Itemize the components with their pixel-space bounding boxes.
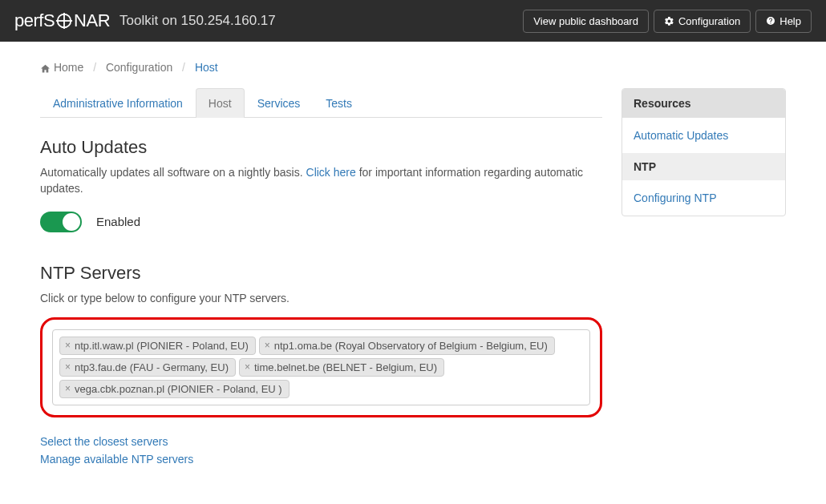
ntp-server-tag-label: ntp.itl.waw.pl (PIONIER - Poland, EU) xyxy=(75,340,249,352)
breadcrumb-sep: / xyxy=(182,61,185,74)
configuration-button[interactable]: Configuration xyxy=(654,10,751,33)
ntp-server-tag[interactable]: ×vega.cbk.poznan.pl (PIONIER - Poland, E… xyxy=(59,380,290,398)
target-icon xyxy=(55,12,73,30)
resources-ntp-heading: NTP xyxy=(622,153,785,180)
auto-updates-desc-pre: Automatically updates all software on a … xyxy=(40,166,306,179)
breadcrumb-configuration[interactable]: Configuration xyxy=(106,61,172,74)
tab-administrative-information[interactable]: Administrative Information xyxy=(40,88,196,118)
brand-perf: perfS xyxy=(14,10,55,31)
remove-tag-icon[interactable]: × xyxy=(263,340,272,351)
breadcrumb-host: Host xyxy=(195,61,218,74)
breadcrumb-home[interactable]: Home xyxy=(54,61,83,74)
navbar-right: View public dashboard Configuration Help xyxy=(523,10,812,33)
tab-host[interactable]: Host xyxy=(196,88,245,118)
resources-panel: Resources Automatic Updates NTP Configur… xyxy=(622,88,786,216)
ntp-server-tag-label: time.belnet.be (BELNET - Belgium, EU) xyxy=(254,361,437,373)
ntp-servers-description: Click or type below to configure your NT… xyxy=(40,290,602,306)
home-icon xyxy=(40,63,51,74)
help-button[interactable]: Help xyxy=(755,10,812,33)
help-label: Help xyxy=(779,15,801,27)
remove-tag-icon[interactable]: × xyxy=(243,361,252,373)
remove-tag-icon[interactable]: × xyxy=(63,340,72,351)
brand-nar: NAR xyxy=(74,10,110,31)
auto-updates-toggle-label: Enabled xyxy=(96,215,140,228)
ntp-server-tag-label: ntp1.oma.be (Royal Observatory of Belgiu… xyxy=(274,340,548,352)
ntp-server-tag-label: ntp3.fau.de (FAU - Germany, EU) xyxy=(75,361,229,373)
tab-services[interactable]: Services xyxy=(245,88,314,118)
select-closest-servers-link[interactable]: Select the closest servers xyxy=(40,435,168,448)
configuration-label: Configuration xyxy=(678,15,740,27)
auto-updates-description: Automatically updates all software on a … xyxy=(40,164,602,197)
view-public-dashboard-button[interactable]: View public dashboard xyxy=(523,10,649,33)
breadcrumb-sep: / xyxy=(93,61,96,74)
config-tabs: Administrative Information Host Services… xyxy=(40,88,602,118)
view-dashboard-label: View public dashboard xyxy=(533,15,638,27)
auto-updates-click-here-link[interactable]: Click here xyxy=(306,166,356,179)
resources-heading: Resources xyxy=(622,89,785,118)
remove-tag-icon[interactable]: × xyxy=(63,383,72,394)
auto-updates-heading: Auto Updates xyxy=(40,137,602,158)
ntp-server-tag[interactable]: ×ntp3.fau.de (FAU - Germany, EU) xyxy=(59,358,236,377)
breadcrumb: Home / Configuration / Host xyxy=(40,42,786,88)
ntp-server-tag-label: vega.cbk.poznan.pl (PIONIER - Poland, EU… xyxy=(75,383,282,395)
manage-ntp-servers-link[interactable]: Manage available NTP servers xyxy=(40,453,193,466)
auto-updates-toggle[interactable] xyxy=(40,212,82,232)
ntp-server-tag[interactable]: ×ntp1.oma.be (Royal Observatory of Belgi… xyxy=(259,337,555,355)
ntp-servers-input[interactable]: ×ntp.itl.waw.pl (PIONIER - Poland, EU)×n… xyxy=(52,329,590,405)
tab-tests[interactable]: Tests xyxy=(313,88,365,118)
brand-logo[interactable]: perfS NAR xyxy=(14,10,110,31)
question-icon xyxy=(766,16,775,26)
toolkit-host-label: Toolkit on 150.254.160.17 xyxy=(119,13,276,29)
toggle-knob xyxy=(63,213,80,231)
ntp-server-tag[interactable]: ×time.belnet.be (BELNET - Belgium, EU) xyxy=(239,358,444,377)
ntp-servers-heading: NTP Servers xyxy=(40,263,602,284)
ntp-highlight-box: ×ntp.itl.waw.pl (PIONIER - Poland, EU)×n… xyxy=(40,317,602,417)
remove-tag-icon[interactable]: × xyxy=(63,361,72,373)
ntp-server-tag[interactable]: ×ntp.itl.waw.pl (PIONIER - Poland, EU) xyxy=(59,337,256,355)
top-navbar: perfS NAR Toolkit on 150.254.160.17 View… xyxy=(0,0,826,42)
configuring-ntp-link[interactable]: Configuring NTP xyxy=(634,192,717,204)
gear-icon xyxy=(664,16,674,26)
automatic-updates-link[interactable]: Automatic Updates xyxy=(634,129,728,142)
